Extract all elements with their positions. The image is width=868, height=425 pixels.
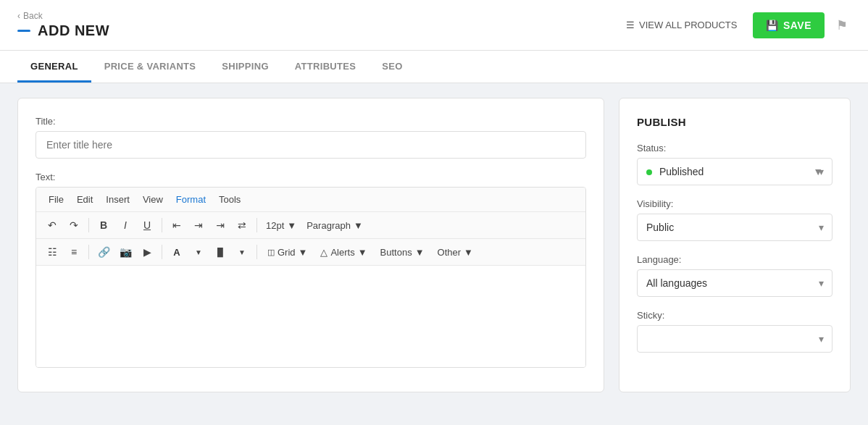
status-value: Published: [659, 166, 704, 177]
editor-toolbar-menu: File Edit Insert View Format Tools: [36, 188, 585, 212]
view-all-label: VIEW ALL PRODUCTS: [639, 20, 737, 30]
status-dot: [646, 169, 652, 175]
menu-tools[interactable]: Tools: [212, 190, 247, 209]
bold-button[interactable]: B: [93, 215, 114, 235]
editor-container: File Edit Insert View Format Tools ↶ ↷ B…: [36, 187, 586, 368]
unordered-list-button[interactable]: ≡: [64, 242, 84, 262]
status-select[interactable]: Published ▼: [637, 158, 832, 185]
underline-button[interactable]: U: [137, 215, 157, 235]
text-label: Text:: [36, 172, 586, 182]
visibility-select[interactable]: Public: [637, 214, 832, 241]
buttons-label: Buttons: [380, 247, 412, 258]
italic-button[interactable]: I: [115, 215, 135, 235]
font-color-chevron[interactable]: ▼: [188, 242, 209, 262]
link-button[interactable]: 🔗: [93, 242, 114, 262]
publish-status-field: Status: Published ▼: [637, 143, 832, 185]
toolbar-separator-1: [88, 218, 89, 232]
language-select-wrapper: All languages: [637, 269, 832, 297]
toolbar-separator-4: [88, 245, 89, 259]
status-display: Published: [646, 166, 704, 177]
right-panel: PUBLISH Status: Published ▼ Visibility: …: [619, 98, 851, 392]
chevron-left-icon: ‹: [17, 11, 20, 21]
tab-shipping[interactable]: SHIPPING: [209, 51, 282, 83]
bookmark-button[interactable]: ⚑: [833, 14, 851, 36]
sticky-label: Sticky:: [637, 310, 832, 321]
tab-attributes[interactable]: ATTRIBUTES: [282, 51, 369, 83]
top-bar-right: ☰ VIEW ALL PRODUCTS 💾 SAVE ⚑: [619, 12, 851, 38]
status-chevron-icon: ▼: [813, 166, 823, 177]
menu-view[interactable]: View: [136, 190, 170, 209]
save-label: SAVE: [783, 20, 811, 31]
highlight-chevron[interactable]: ▼: [232, 242, 252, 262]
view-all-products-button[interactable]: ☰ VIEW ALL PRODUCTS: [619, 15, 744, 35]
highlight-button[interactable]: █: [210, 242, 230, 262]
grid-chevron: ▼: [299, 247, 308, 258]
toolbar-separator-6: [256, 245, 257, 259]
editor-body[interactable]: [36, 266, 585, 367]
back-link[interactable]: ‹ Back: [17, 11, 109, 21]
ordered-list-button[interactable]: ☷: [42, 242, 62, 262]
title-label: Title:: [36, 116, 586, 127]
page-title-row: ADD NEW: [17, 22, 109, 39]
status-label: Status:: [637, 143, 832, 153]
back-label: Back: [23, 11, 43, 21]
page-title: ADD NEW: [38, 22, 109, 39]
paragraph-select[interactable]: Paragraph ▼: [302, 217, 367, 234]
font-color-button[interactable]: A: [167, 242, 187, 262]
title-input[interactable]: [36, 131, 586, 159]
language-select[interactable]: All languages: [637, 269, 832, 297]
other-label: Other: [438, 247, 462, 258]
justify-button[interactable]: ⇄: [232, 215, 252, 235]
alerts-dropdown[interactable]: △ Alerts ▼: [314, 244, 372, 261]
publish-title: PUBLISH: [637, 116, 832, 128]
alerts-label: Alerts: [330, 247, 354, 258]
main-content: Title: Text: File Edit Insert View Forma…: [0, 83, 868, 407]
title-dash: [17, 30, 30, 32]
menu-insert[interactable]: Insert: [99, 190, 136, 209]
buttons-dropdown[interactable]: Buttons ▼: [375, 244, 430, 261]
publish-sticky-field: Sticky:: [637, 310, 832, 353]
top-bar-left: ‹ Back ADD NEW: [17, 11, 109, 39]
media-button[interactable]: ▶: [137, 242, 157, 262]
save-button[interactable]: 💾 SAVE: [753, 12, 825, 38]
grid-dropdown[interactable]: ◫ Grid ▼: [262, 244, 313, 261]
editor-toolbar-components: ☷ ≡ 🔗 📷 ▶ A ▼ █ ▼ ◫ Grid ▼ △ A: [36, 239, 585, 266]
sticky-select[interactable]: [637, 325, 832, 353]
save-icon: 💾: [766, 20, 779, 31]
other-dropdown[interactable]: Other ▼: [432, 244, 479, 261]
font-size-chevron: ▼: [287, 220, 296, 231]
alerts-chevron: ▼: [358, 247, 367, 258]
status-select-wrapper: Published ▼: [637, 158, 832, 185]
paragraph-value: Paragraph: [306, 220, 351, 231]
menu-file[interactable]: File: [42, 190, 70, 209]
tabs-bar: GENERAL PRICE & VARIANTS SHIPPING ATTRIB…: [0, 51, 868, 83]
sticky-select-wrapper: [637, 325, 832, 353]
language-label: Language:: [637, 254, 832, 265]
paragraph-chevron: ▼: [354, 220, 363, 231]
toolbar-separator-5: [162, 245, 162, 259]
visibility-select-wrapper: Public: [637, 214, 832, 241]
grid-label: Grid: [277, 247, 296, 258]
undo-button[interactable]: ↶: [42, 215, 62, 235]
visibility-label: Visibility:: [637, 198, 832, 209]
left-panel: Title: Text: File Edit Insert View Forma…: [17, 98, 604, 392]
tab-seo[interactable]: SEO: [369, 51, 415, 83]
redo-button[interactable]: ↷: [64, 215, 84, 235]
tab-general[interactable]: GENERAL: [17, 51, 91, 83]
menu-format[interactable]: Format: [170, 190, 212, 209]
font-size-select[interactable]: 12pt ▼: [262, 217, 301, 234]
align-left-button[interactable]: ⇤: [167, 215, 187, 235]
list-icon: ☰: [626, 20, 635, 30]
publish-visibility-field: Visibility: Public: [637, 198, 832, 241]
top-bar: ‹ Back ADD NEW ☰ VIEW ALL PRODUCTS 💾 SAV…: [0, 0, 868, 51]
image-button[interactable]: 📷: [115, 242, 135, 262]
grid-icon: ◫: [267, 248, 275, 257]
menu-edit[interactable]: Edit: [70, 190, 99, 209]
editor-toolbar-formatting: ↶ ↷ B I U ⇤ ⇥ ⇤ ⇄ 12pt ▼ Paragraph ▼: [36, 212, 585, 239]
align-right-button[interactable]: ⇤: [210, 215, 230, 235]
align-center-button[interactable]: ⇥: [188, 215, 209, 235]
buttons-chevron: ▼: [415, 247, 425, 258]
other-chevron: ▼: [464, 247, 473, 258]
toolbar-separator-2: [162, 218, 162, 232]
tab-price-variants[interactable]: PRICE & VARIANTS: [91, 51, 209, 83]
